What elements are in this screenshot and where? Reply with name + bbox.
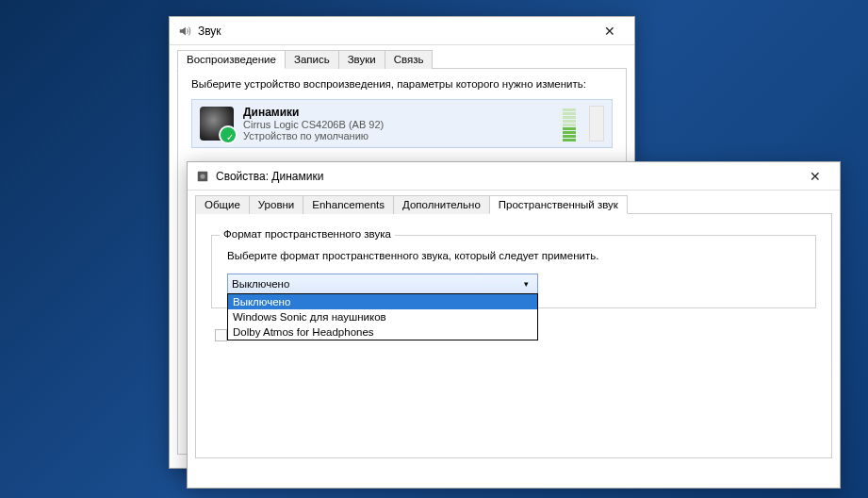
props-title: Свойства: Динамики <box>216 170 794 183</box>
device-status: Устройство по умолчанию <box>243 130 548 141</box>
tab-sounds[interactable]: Звуки <box>338 50 385 69</box>
spatial-format-group: Формат пространственного звука Выберите … <box>211 235 816 308</box>
sound-title: Звук <box>198 25 588 38</box>
device-name: Динамики <box>243 106 548 119</box>
group-instructions: Выберите формат пространственного звука,… <box>227 249 804 264</box>
tab-levels[interactable]: Уровни <box>249 195 303 214</box>
tab-advanced[interactable]: Дополнительно <box>393 195 490 214</box>
tab-general[interactable]: Общие <box>195 195 250 214</box>
device-text: Динамики Cirrus Logic CS4206B (AB 92) Ус… <box>243 106 548 141</box>
spatial-format-dropdown: Выключено Windows Sonic для наушников Do… <box>227 293 538 340</box>
tab-enhancements[interactable]: Enhancements <box>303 195 394 214</box>
device-driver: Cirrus Logic CS4206B (AB 92) <box>243 119 548 130</box>
combo-selected: Выключено <box>232 278 518 290</box>
spatial-format-combo[interactable]: Выключено ▾ Выключено Windows Sonic для … <box>227 274 538 294</box>
tab-communications[interactable]: Связь <box>385 50 434 69</box>
tab-recording[interactable]: Запись <box>285 50 339 69</box>
dropdown-option-dolby[interactable]: Dolby Atmos for Headphones <box>228 324 537 340</box>
props-titlebar[interactable]: Свойства: Динамики ✕ <box>188 162 840 191</box>
props-panel: Формат пространственного звука Выберите … <box>195 213 832 458</box>
dropdown-option-sonic[interactable]: Windows Sonic для наушников <box>228 309 537 324</box>
check-icon: ✓ <box>225 132 235 141</box>
scrollbar[interactable] <box>589 106 604 141</box>
speaker-icon <box>195 169 210 184</box>
props-tabs: Общие Уровни Enhancements Дополнительно … <box>188 191 840 213</box>
virtual-surround-checkbox[interactable] <box>215 329 227 341</box>
sound-titlebar[interactable]: Звук ✕ <box>170 17 634 45</box>
dropdown-option-off[interactable]: Выключено <box>228 294 537 309</box>
tab-playback[interactable]: Воспроизведение <box>177 50 286 69</box>
close-button[interactable]: ✕ <box>794 163 836 190</box>
device-item[interactable]: ✓ Динамики Cirrus Logic CS4206B (AB 92) … <box>191 99 613 148</box>
tab-spatial-sound[interactable]: Пространственный звук <box>489 195 628 214</box>
chevron-down-icon: ▾ <box>518 274 533 293</box>
properties-window: Свойства: Динамики ✕ Общие Уровни Enhanc… <box>187 161 841 489</box>
close-button[interactable]: ✕ <box>588 18 631 44</box>
svg-point-1 <box>200 174 205 178</box>
speaker-device-icon: ✓ <box>200 107 234 141</box>
playback-instructions: Выберите устройство воспроизведения, пар… <box>191 78 613 90</box>
sound-tabs: Воспроизведение Запись Звуки Связь <box>170 45 634 68</box>
vu-meter <box>563 106 576 141</box>
speaker-icon <box>177 24 192 39</box>
group-title: Формат пространственного звука <box>220 228 395 240</box>
